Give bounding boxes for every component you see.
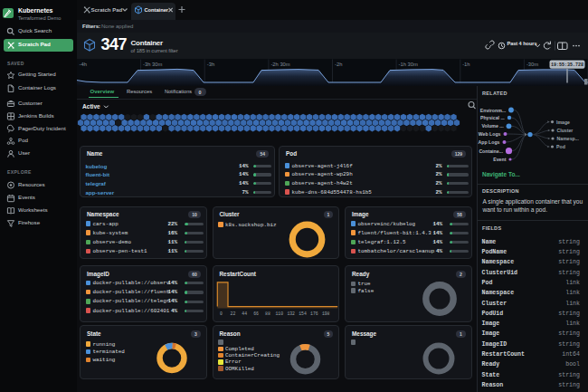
svg-text:Image: Image: [556, 120, 570, 125]
svg-text:App Logs: App Logs: [479, 139, 500, 145]
svg-text:Web Logs: Web Logs: [479, 131, 501, 137]
svg-text:Pod: Pod: [556, 144, 565, 149]
svg-text:Namesp...: Namesp...: [557, 136, 580, 141]
svg-text:Physical ...: Physical ...: [480, 115, 505, 120]
svg-text:Event: Event: [493, 157, 506, 162]
svg-text:Containe...: Containe...: [479, 148, 503, 154]
svg-text:Environm...: Environm...: [480, 108, 507, 113]
svg-text:Cluster: Cluster: [557, 128, 574, 133]
svg-text:Volume ...: Volume ...: [481, 123, 504, 129]
